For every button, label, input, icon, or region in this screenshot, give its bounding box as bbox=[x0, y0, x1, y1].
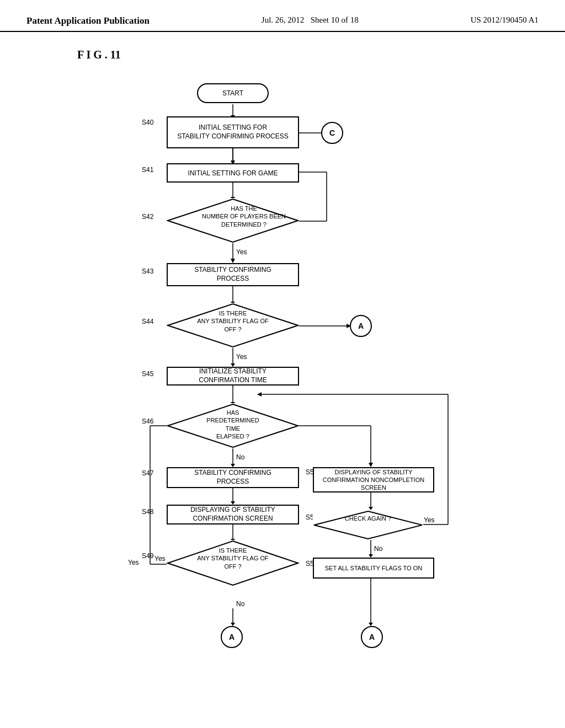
svg-marker-31 bbox=[369, 463, 373, 467]
s43-label: S43 bbox=[142, 267, 153, 275]
svg-text:Yes: Yes bbox=[154, 555, 166, 563]
s46-node: HASPREDETERMINED TIMEELAPSED ? bbox=[167, 403, 299, 448]
s48-node: DISPLAYING OF STABILITY CONFIRMATION SCR… bbox=[167, 505, 299, 524]
main-content: F I G . 11 Yes No bbox=[0, 32, 565, 684]
start-node: START bbox=[197, 83, 269, 103]
s51-node: CHECK AGAIN ? bbox=[313, 510, 423, 540]
svg-text:No: No bbox=[374, 545, 383, 553]
s40-label: S40 bbox=[142, 119, 153, 126]
s49-label: S49 bbox=[142, 552, 153, 560]
svg-text:No: No bbox=[236, 453, 245, 461]
s44-node: IS THEREANY STABILITY FLAG OFOFF ? bbox=[167, 303, 299, 348]
c-connector: C bbox=[321, 122, 343, 144]
s45-label: S45 bbox=[142, 370, 153, 378]
a-connector-3: A bbox=[361, 626, 383, 648]
svg-marker-50 bbox=[257, 392, 262, 397]
svg-text:Yes: Yes bbox=[236, 248, 247, 256]
s47-label: S47 bbox=[142, 469, 153, 477]
svg-marker-9 bbox=[231, 259, 235, 263]
s44-label: S44 bbox=[142, 318, 153, 325]
patent-number: US 2012/190450 A1 bbox=[471, 15, 539, 25]
publication-title: Patent Application Publication bbox=[26, 15, 150, 26]
s41-label: S41 bbox=[142, 166, 153, 174]
s49-yes-label: Yes bbox=[128, 559, 139, 566]
s43-node: STABILITY CONFIRMING PROCESS bbox=[167, 263, 299, 286]
svg-text:No: No bbox=[236, 600, 245, 608]
figure-label: F I G . 11 bbox=[77, 49, 532, 61]
page-header: Patent Application Publication Jul. 26, … bbox=[0, 0, 565, 32]
s47-node: STABILITY CONFIRMING PROCESS bbox=[167, 467, 299, 488]
flowchart: Yes No Yes No bbox=[95, 72, 481, 668]
publication-date: Jul. 26, 2012 bbox=[262, 15, 305, 24]
s48-label: S48 bbox=[142, 508, 153, 516]
s52-node: SET ALL STABILITY FLAGS TO ON bbox=[313, 558, 434, 579]
sheet-info: Sheet 10 of 18 bbox=[311, 15, 359, 24]
a-connector-1: A bbox=[350, 315, 372, 337]
header-center: Jul. 26, 2012 Sheet 10 of 18 bbox=[262, 15, 359, 25]
s40-node: INITIAL SETTING FOR STABILITY CONFIRMING… bbox=[167, 116, 299, 148]
s49-node: IS THEREANY STABILITY FLAG OFOFF ? bbox=[167, 540, 299, 586]
a-connector-2: A bbox=[221, 626, 243, 648]
s45-node: INITIALIZE STABILITY CONFIRMATION TIME bbox=[167, 367, 299, 386]
svg-text:Yes: Yes bbox=[424, 516, 435, 524]
s41-node: INITIAL SETTING FOR GAME bbox=[167, 163, 299, 183]
s50-node: DISPLAYING OF STABILITY CONFIRMATION NON… bbox=[313, 467, 434, 493]
s42-node: HAS THENUMBER OF PLAYERS BEENDETERMINED … bbox=[167, 198, 299, 243]
s42-label: S42 bbox=[142, 213, 153, 221]
svg-text:Yes: Yes bbox=[236, 353, 247, 361]
s46-label: S46 bbox=[142, 417, 153, 425]
